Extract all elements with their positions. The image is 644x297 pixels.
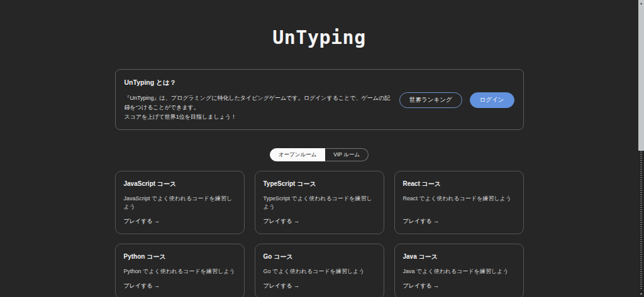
page-title: UnTyping bbox=[0, 26, 638, 48]
play-link[interactable]: プレイする → bbox=[124, 282, 236, 290]
course-title: Python コース bbox=[124, 252, 236, 261]
course-description: JavaScript でよく使われるコードを練習しよう bbox=[124, 195, 236, 211]
play-link[interactable]: プレイする → bbox=[264, 282, 375, 290]
tab-open-room[interactable]: オープンルーム bbox=[270, 148, 326, 161]
tab-vip-room[interactable]: VIP ルーム bbox=[325, 148, 369, 161]
about-section: UnTyping とは？ 『UnTyping』は、プログラミングに特化したタイピ… bbox=[115, 69, 524, 130]
scrollbar-track[interactable] bbox=[640, 151, 642, 290]
course-card-python: Python コース Python でよく使われるコードを練習しよう プレイする… bbox=[115, 244, 245, 297]
about-heading: UnTyping とは？ bbox=[125, 78, 392, 87]
play-link[interactable]: プレイする → bbox=[124, 217, 236, 225]
course-description: Python でよく使われるコードを練習しよう bbox=[124, 267, 236, 276]
course-title: Go コース bbox=[264, 252, 375, 261]
play-link[interactable]: プレイする → bbox=[403, 217, 515, 225]
course-card-react: React コース React でよく使われるコードを練習しよう プレイする → bbox=[394, 171, 524, 234]
course-description: Java でよく使われるコードを練習しよう bbox=[403, 267, 515, 276]
about-description: 『UnTyping』は、プログラミングに特化したタイピングゲームです。ログインす… bbox=[125, 94, 392, 122]
course-title: React コース bbox=[403, 180, 515, 188]
course-card-javascript: JavaScript コース JavaScript でよく使われるコードを練習し… bbox=[115, 171, 245, 234]
page-viewport: UnTyping UnTyping とは？ 『UnTyping』は、プログラミン… bbox=[0, 0, 638, 297]
login-button[interactable]: ログイン bbox=[470, 92, 514, 108]
scrollbar-thumb[interactable] bbox=[638, 0, 644, 151]
course-card-go: Go コース Go でよく使われるコードを練習しよう プレイする → bbox=[255, 244, 384, 297]
course-title: Java コース bbox=[403, 252, 515, 261]
course-title: TypeScript コース bbox=[264, 180, 375, 188]
course-title: JavaScript コース bbox=[124, 180, 236, 188]
about-text-block: UnTyping とは？ 『UnTyping』は、プログラミングに特化したタイピ… bbox=[125, 78, 392, 122]
scrollbar-up-icon[interactable]: ▲ bbox=[638, 0, 644, 6]
course-description: React でよく使われるコードを練習しよう bbox=[403, 195, 515, 211]
about-buttons: 世界ランキング ログイン bbox=[399, 92, 514, 108]
scrollbar[interactable]: ▲ ▼ bbox=[638, 0, 644, 297]
play-link[interactable]: プレイする → bbox=[264, 217, 375, 225]
course-description: TypeScript でよく使われるコードを練習しよう bbox=[264, 195, 375, 211]
about-description-line1: 『UnTyping』は、プログラミングに特化したタイピングゲームです。ログインす… bbox=[125, 95, 391, 111]
main-content: UnTyping とは？ 『UnTyping』は、プログラミングに特化したタイピ… bbox=[115, 69, 524, 297]
room-tabs: オープンルーム VIP ルーム bbox=[115, 148, 524, 161]
course-grid: JavaScript コース JavaScript でよく使われるコードを練習し… bbox=[115, 171, 524, 297]
course-description: Go でよく使われるコードを練習しよう bbox=[264, 267, 375, 276]
world-ranking-button[interactable]: 世界ランキング bbox=[399, 92, 462, 108]
course-card-typescript: TypeScript コース TypeScript でよく使われるコードを練習し… bbox=[255, 171, 384, 234]
course-card-java: Java コース Java でよく使われるコードを練習しよう プレイする → bbox=[394, 244, 524, 297]
about-description-line2: スコアを上げて世界1位を目指しましょう！ bbox=[125, 114, 237, 120]
scrollbar-down-icon[interactable]: ▼ bbox=[638, 290, 644, 297]
play-link[interactable]: プレイする → bbox=[403, 282, 515, 290]
